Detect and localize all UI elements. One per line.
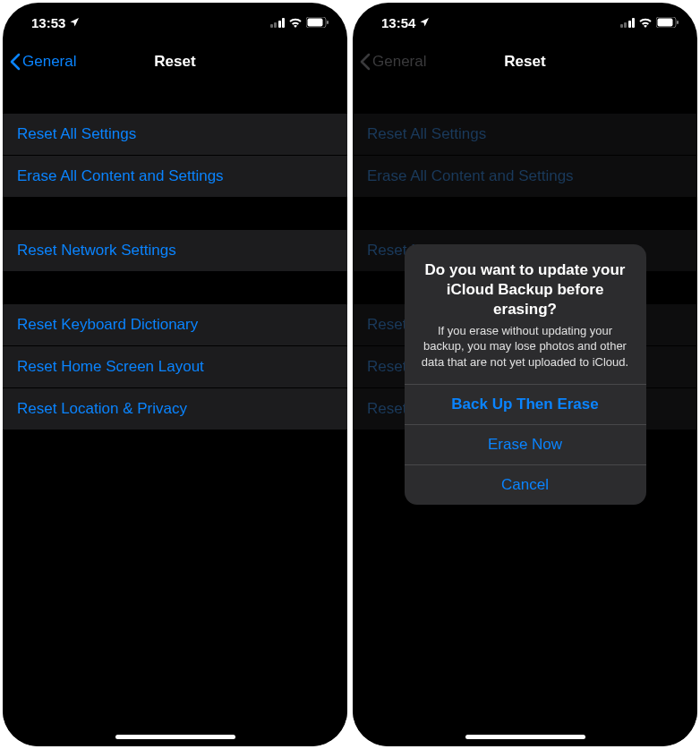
alert-message: If you erase without updating your backu… xyxy=(419,323,632,370)
wifi-icon xyxy=(288,17,303,28)
home-indicator[interactable] xyxy=(115,735,235,739)
svg-rect-2 xyxy=(327,21,329,24)
backup-then-erase-button[interactable]: Back Up Then Erase xyxy=(405,384,646,424)
reset-home-screen-layout[interactable]: Reset Home Screen Layout xyxy=(3,346,347,388)
battery-icon xyxy=(306,17,329,28)
status-time: 13:53 xyxy=(31,15,65,30)
erase-now-button[interactable]: Erase Now xyxy=(405,424,646,464)
back-button[interactable]: General xyxy=(10,53,76,71)
reset-network-settings[interactable]: Reset Network Settings xyxy=(3,230,347,272)
status-bar: 13:53 xyxy=(3,3,347,42)
nav-bar: General Reset xyxy=(3,42,347,81)
nav-title: Reset xyxy=(154,53,195,71)
reset-all-settings[interactable]: Reset All Settings xyxy=(3,114,347,156)
svg-rect-1 xyxy=(308,19,323,27)
alert-title: Do you want to update your iCloud Backup… xyxy=(419,260,632,319)
home-indicator[interactable] xyxy=(465,735,585,739)
phone-right: 13:54 General Reset Reset All Settings E… xyxy=(353,3,697,746)
back-label: General xyxy=(22,53,76,71)
cellular-signal-icon xyxy=(270,18,286,28)
phone-left: 13:53 General Reset Reset All Settings E… xyxy=(3,3,347,746)
location-icon xyxy=(69,15,80,30)
alert-dialog: Do you want to update your iCloud Backup… xyxy=(405,244,646,506)
reset-keyboard-dictionary[interactable]: Reset Keyboard Dictionary xyxy=(3,304,347,346)
settings-list: Reset All Settings Erase All Content and… xyxy=(3,81,347,746)
erase-all-content[interactable]: Erase All Content and Settings xyxy=(3,156,347,198)
modal-overlay: Do you want to update your iCloud Backup… xyxy=(353,3,697,746)
reset-location-privacy[interactable]: Reset Location & Privacy xyxy=(3,388,347,430)
cancel-button[interactable]: Cancel xyxy=(405,464,646,505)
